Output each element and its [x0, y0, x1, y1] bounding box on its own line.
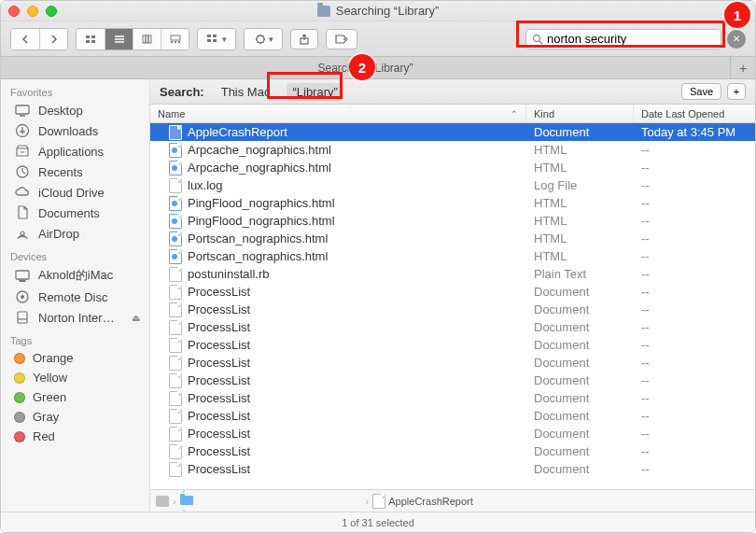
- sort-indicator-icon: ⌃: [511, 109, 518, 119]
- file-row[interactable]: Arpcache_nographics.htmlHTML--: [150, 159, 755, 176]
- file-list[interactable]: AppleCrashReportDocumentToday at 3:45 PM…: [150, 123, 755, 489]
- col-date[interactable]: Date Last Opened: [634, 105, 755, 122]
- file-row[interactable]: ProcessListDocument--: [150, 354, 755, 372]
- file-row[interactable]: ProcessListDocument--: [150, 389, 755, 407]
- nav-buttons: [10, 28, 68, 50]
- path-leaf[interactable]: AppleCrashReport: [372, 494, 473, 509]
- sidebar-tag[interactable]: Yellow: [1, 368, 149, 387]
- sidebar-icon: [14, 103, 31, 118]
- tags-button[interactable]: [326, 29, 357, 49]
- list-view-button[interactable]: [105, 29, 133, 49]
- file-kind: Document: [526, 356, 634, 370]
- clear-search-button[interactable]: ✕: [727, 30, 746, 49]
- sidebar-item[interactable]: Applications: [1, 141, 149, 161]
- file-date: --: [634, 356, 755, 370]
- file-row[interactable]: ProcessListDocument--: [150, 301, 755, 318]
- sidebar-item[interactable]: Recents: [1, 161, 149, 182]
- sidebar-item-label: Gray: [33, 410, 59, 424]
- column-view-button[interactable]: [133, 29, 161, 49]
- col-name[interactable]: Name⌃: [150, 105, 526, 122]
- sidebar-item[interactable]: Norton Inter…⏏: [1, 307, 149, 328]
- share-button[interactable]: [290, 29, 318, 49]
- file-row[interactable]: ProcessListDocument--: [150, 425, 755, 442]
- sidebar-tag[interactable]: Gray: [1, 407, 149, 427]
- eject-icon[interactable]: ⏏: [132, 313, 140, 323]
- back-button[interactable]: [11, 29, 39, 49]
- sidebar-icon: [14, 205, 31, 220]
- svg-rect-17: [213, 39, 217, 42]
- sidebar-item[interactable]: Desktop: [1, 100, 149, 120]
- file-row[interactable]: ProcessListDocument--: [150, 336, 755, 354]
- file-name: ProcessList: [188, 427, 250, 441]
- svg-rect-29: [20, 280, 25, 282]
- scope-label: Search:: [160, 85, 204, 99]
- tag-dot-icon: [14, 372, 25, 384]
- sidebar-tag[interactable]: Orange: [1, 348, 149, 368]
- file-icon: [169, 196, 182, 211]
- sidebar-item[interactable]: Remote Disc: [1, 287, 149, 307]
- file-row[interactable]: Portscan_nographics.htmlHTML--: [150, 247, 755, 265]
- sidebar-icon: [14, 289, 31, 304]
- sidebar-head-tags: Tags: [1, 328, 149, 348]
- sidebar-tag[interactable]: Green: [1, 387, 149, 407]
- file-date: --: [634, 320, 755, 334]
- tab-searching[interactable]: Searching “Library”: [1, 57, 731, 78]
- file-kind: Document: [526, 444, 634, 458]
- gallery-view-button[interactable]: [161, 29, 189, 49]
- save-search-button[interactable]: Save: [681, 83, 721, 100]
- search-input[interactable]: [547, 32, 715, 46]
- sidebar-item[interactable]: Documents: [1, 203, 149, 223]
- file-kind: HTML: [526, 196, 634, 210]
- path-root[interactable]: [156, 496, 169, 507]
- file-row[interactable]: ProcessListDocument--: [150, 318, 755, 336]
- add-criteria-button[interactable]: +: [727, 83, 746, 100]
- svg-rect-16: [207, 39, 211, 42]
- forward-button[interactable]: [39, 29, 67, 49]
- scope-this-mac[interactable]: This Mac: [216, 83, 276, 101]
- search-field[interactable]: [525, 29, 721, 49]
- file-row[interactable]: Arpcache_nographics.htmlHTML--: [150, 141, 755, 159]
- file-row[interactable]: Portscan_nographics.htmlHTML--: [150, 230, 755, 247]
- svg-rect-28: [16, 271, 29, 279]
- icon-view-button[interactable]: [77, 29, 105, 49]
- svg-rect-32: [18, 312, 27, 323]
- zoom-window-button[interactable]: [46, 6, 57, 17]
- file-icon: [169, 267, 182, 282]
- scope-library[interactable]: “Library”: [287, 83, 343, 101]
- sidebar-item[interactable]: Aknold的iMac: [1, 264, 149, 287]
- file-name: Portscan_nographics.html: [188, 249, 328, 263]
- sidebar-head-devices: Devices: [1, 244, 149, 264]
- file-row[interactable]: AppleCrashReportDocumentToday at 3:45 PM: [150, 123, 755, 141]
- file-row[interactable]: ProcessListDocument--: [150, 372, 755, 389]
- col-kind[interactable]: Kind: [526, 105, 634, 122]
- arrange-menu[interactable]: ▾: [197, 28, 236, 50]
- file-row[interactable]: PingFlood_nographics.htmlHTML--: [150, 194, 755, 212]
- svg-point-18: [257, 35, 264, 43]
- action-menu[interactable]: ▾: [244, 28, 283, 50]
- new-tab-button[interactable]: +: [731, 57, 755, 78]
- sidebar-item-label: Recents: [38, 165, 83, 179]
- file-row[interactable]: PingFlood_nographics.htmlHTML--: [150, 212, 755, 230]
- path-segment[interactable]: [180, 496, 362, 505]
- file-icon: [169, 427, 182, 442]
- file-name: ProcessList: [188, 356, 250, 370]
- file-row[interactable]: ProcessListDocument--: [150, 283, 755, 301]
- file-row[interactable]: ProcessListDocument--: [150, 460, 755, 478]
- sidebar-icon: [14, 164, 31, 179]
- file-row[interactable]: ProcessListDocument--: [150, 442, 755, 460]
- sidebar-tag[interactable]: Red: [1, 427, 149, 446]
- minimize-window-button[interactable]: [27, 6, 38, 17]
- search-scope-bar: Search: This Mac “Library” Save +: [150, 79, 755, 105]
- file-kind: Document: [526, 125, 634, 139]
- file-row[interactable]: postuninstall.rbPlain Text--: [150, 265, 755, 283]
- close-window-button[interactable]: [8, 6, 20, 17]
- svg-rect-1: [91, 35, 95, 38]
- file-row[interactable]: ProcessListDocument--: [150, 407, 755, 425]
- sidebar-item[interactable]: iCloud Drive: [1, 182, 149, 203]
- sidebar-item[interactable]: Downloads: [1, 120, 149, 141]
- svg-rect-14: [207, 35, 211, 37]
- file-name: ProcessList: [188, 338, 250, 352]
- sidebar-item[interactable]: AirDrop: [1, 223, 149, 244]
- file-row[interactable]: lux.logLog File--: [150, 176, 755, 194]
- file-kind: Document: [526, 302, 634, 316]
